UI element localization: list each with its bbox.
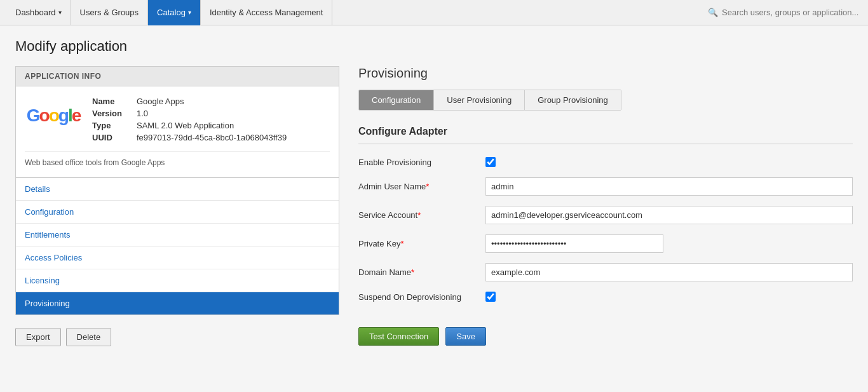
nav-dashboard[interactable]: Dashboard ▾ (6, 0, 71, 25)
name-label: Name (92, 97, 130, 106)
google-logo-text: Google (27, 105, 80, 126)
app-details-table: Name Google Apps Version 1.0 Type SAML 2… (92, 97, 287, 145)
domain-name-input[interactable] (485, 263, 853, 281)
nav-catalog-label: Catalog (157, 8, 186, 17)
app-info-row: Google Name Google Apps Version 1.0 (25, 97, 330, 145)
suspend-on-deprovisioning-label: Suspend On Deprovisioning (358, 292, 473, 302)
version-label: Version (92, 109, 130, 118)
domain-name-label: Domain Name* (358, 267, 473, 277)
bottom-buttons: Export Delete (15, 328, 339, 346)
uuid-row: UUID fe997013-79dd-45ca-8bc0-1a068043ff3… (92, 133, 287, 142)
sidebar-item-provisioning[interactable]: Provisioning (16, 292, 339, 314)
tab-user-provisioning[interactable]: User Provisioning (434, 90, 525, 110)
enable-provisioning-checkbox[interactable] (485, 157, 496, 167)
admin-user-name-label: Admin User Name* (358, 182, 473, 191)
tab-group-provisioning[interactable]: Group Provisioning (525, 90, 621, 110)
configure-adapter-section: Configure Adapter Enable Provisioning Ad… (358, 126, 853, 346)
form-actions: Test Connection Save (358, 321, 853, 346)
name-value: Google Apps (137, 97, 184, 106)
type-row: Type SAML 2.0 Web Application (92, 121, 287, 130)
test-connection-button[interactable]: Test Connection (358, 327, 439, 346)
private-key-row: Private Key* (358, 234, 853, 253)
app-description: Web based office tools from Google Apps (25, 151, 330, 167)
version-row: Version 1.0 (92, 109, 287, 118)
domain-name-row: Domain Name* (358, 263, 853, 281)
save-button[interactable]: Save (445, 327, 486, 346)
admin-user-name-row: Admin User Name* (358, 177, 853, 196)
sidebar-item-configuration[interactable]: Configuration (16, 201, 339, 224)
search-container: 🔍 (708, 8, 862, 17)
sidebar-item-licensing[interactable]: Licensing (16, 269, 339, 292)
sidebar-item-details[interactable]: Details (16, 178, 339, 201)
sidebar-item-entitlements[interactable]: Entitlements (16, 224, 339, 247)
export-button[interactable]: Export (15, 328, 61, 346)
configure-divider (358, 144, 853, 144)
uuid-label: UUID (92, 133, 130, 142)
page-title: Modify application (15, 38, 853, 55)
name-row: Name Google Apps (92, 97, 287, 106)
private-key-input[interactable] (485, 234, 663, 253)
delete-button[interactable]: Delete (66, 328, 112, 346)
admin-user-name-input[interactable] (485, 177, 853, 196)
provisioning-title: Provisioning (358, 66, 853, 81)
enable-provisioning-label: Enable Provisioning (358, 158, 473, 167)
nav-catalog[interactable]: Catalog ▾ (148, 0, 201, 25)
configure-adapter-title: Configure Adapter (358, 126, 853, 137)
app-info-body: Google Name Google Apps Version 1.0 (16, 86, 339, 177)
app-info-header: APPLICATION INFO (16, 67, 339, 86)
uuid-value: fe997013-79dd-45ca-8bc0-1a068043ff39 (137, 133, 287, 142)
version-value: 1.0 (137, 109, 148, 118)
nav-users-groups-label: Users & Groups (80, 8, 139, 17)
left-panel: APPLICATION INFO Google Name Google Apps (15, 66, 339, 346)
type-value: SAML 2.0 Web Application (137, 121, 234, 130)
app-info-box: APPLICATION INFO Google Name Google Apps (15, 66, 339, 178)
nav-iam[interactable]: Identity & Access Management (201, 0, 332, 25)
main-content: Modify application APPLICATION INFO Goog… (0, 25, 868, 359)
search-icon: 🔍 (708, 8, 718, 17)
nav-dashboard-label: Dashboard (15, 8, 56, 17)
service-account-input[interactable] (485, 206, 853, 224)
service-account-row: Service Account* (358, 206, 853, 224)
private-key-label: Private Key* (358, 239, 473, 248)
app-logo: Google (25, 97, 82, 135)
service-account-label: Service Account* (358, 210, 473, 220)
search-input[interactable] (722, 8, 862, 17)
content-area: APPLICATION INFO Google Name Google Apps (15, 66, 853, 346)
nav-users-groups[interactable]: Users & Groups (71, 0, 148, 25)
nav-iam-label: Identity & Access Management (210, 8, 323, 17)
nav-dashboard-arrow: ▾ (58, 9, 62, 16)
nav-catalog-arrow: ▾ (188, 9, 191, 16)
tab-configuration[interactable]: Configuration (359, 90, 434, 110)
right-panel: Provisioning Configuration User Provisio… (339, 66, 853, 346)
provisioning-tabs: Configuration User Provisioning Group Pr… (358, 90, 621, 111)
side-navigation: Details Configuration Entitlements Acces… (15, 178, 339, 315)
type-label: Type (92, 121, 130, 130)
suspend-on-deprovisioning-checkbox[interactable] (485, 292, 496, 302)
sidebar-item-access-policies[interactable]: Access Policies (16, 247, 339, 269)
suspend-on-deprovisioning-row: Suspend On Deprovisioning (358, 292, 853, 302)
enable-provisioning-row: Enable Provisioning (358, 157, 853, 167)
top-navigation: Dashboard ▾ Users & Groups Catalog ▾ Ide… (0, 0, 868, 25)
